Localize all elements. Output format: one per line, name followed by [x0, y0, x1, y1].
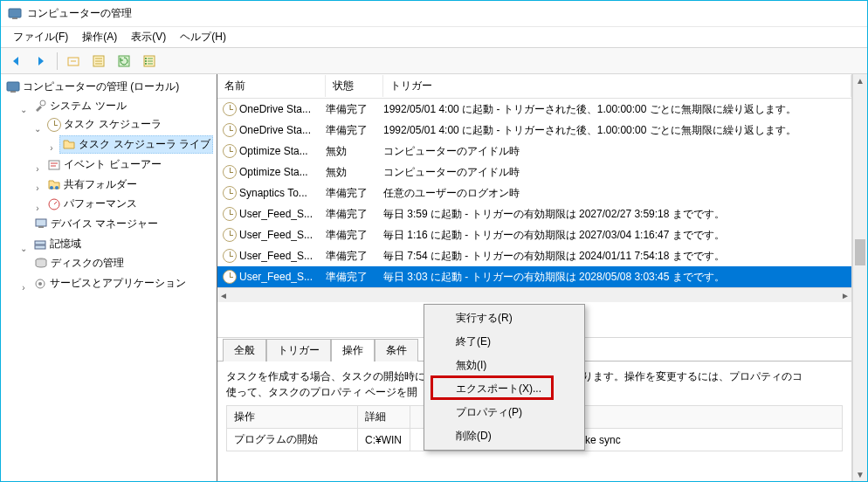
svg-rect-18 — [35, 241, 45, 244]
context-delete[interactable]: 削除(D) — [426, 424, 582, 448]
performance-icon — [47, 197, 61, 211]
actions-col-action[interactable]: 操作 — [227, 406, 358, 429]
menu-action[interactable]: 操作(A) — [75, 27, 124, 47]
task-trigger: コンピューターのアイドル時 — [383, 165, 851, 180]
task-row[interactable]: OneDrive Sta...準備完了1992/05/01 4:00 に起動 -… — [217, 99, 851, 120]
task-name: Optimize Sta... — [239, 145, 308, 157]
expander-icon[interactable]: › — [46, 143, 57, 153]
titlebar: コンピューターの管理 — [1, 1, 867, 27]
task-state: 準備完了 — [326, 207, 383, 222]
forward-button[interactable] — [30, 50, 52, 72]
context-properties[interactable]: プロパティ(P) — [426, 401, 582, 424]
task-row[interactable]: User_Feed_S...準備完了毎日 3:59 に起動 - トリガーの有効期… — [217, 203, 851, 224]
navigation-tree[interactable]: コンピューターの管理 (ローカル) ⌄ システム ツール ⌄ — [1, 74, 217, 481]
tree-services-apps[interactable]: サービスとアプリケーション — [31, 275, 188, 292]
expander-icon[interactable]: › — [32, 164, 43, 174]
clock-icon — [223, 102, 237, 116]
context-end[interactable]: 終了(E) — [426, 330, 582, 354]
tree-performance[interactable]: パフォーマンス — [45, 196, 139, 212]
tree-label: デバイス マネージャー — [51, 217, 158, 231]
event-icon — [47, 158, 61, 172]
scroll-right-icon[interactable]: ► — [841, 291, 850, 300]
menu-file[interactable]: ファイル(F) — [6, 27, 75, 47]
tree-storage[interactable]: 記憶域 — [31, 236, 83, 252]
action-detail: C:¥WIN — [358, 429, 410, 451]
tree-root[interactable]: コンピューターの管理 (ローカル) — [4, 79, 181, 95]
tab-general[interactable]: 全般 — [223, 339, 266, 362]
expander-icon[interactable]: ⌄ — [18, 105, 29, 114]
task-name: OneDrive Sta... — [239, 103, 311, 115]
actions-col-detail[interactable]: 詳細 — [358, 406, 410, 429]
expander-icon[interactable]: › — [32, 183, 43, 193]
scroll-left-icon[interactable]: ◄ — [219, 291, 228, 300]
task-name: User_Feed_S... — [239, 229, 313, 241]
tab-triggers[interactable]: トリガー — [266, 339, 331, 362]
task-name: OneDrive Sta... — [239, 124, 311, 136]
task-state: 準備完了 — [326, 270, 383, 285]
task-name: User_Feed_S... — [239, 271, 313, 283]
task-row[interactable]: User_Feed_S...準備完了毎日 7:54 に起動 - トリガーの有効期… — [217, 245, 851, 266]
task-trigger: 1992/05/01 4:00 に起動 - トリガーされた後、1.00:00:0… — [383, 102, 851, 117]
refresh-button[interactable] — [113, 50, 135, 72]
context-export[interactable]: エクスポート(X)... — [426, 377, 582, 401]
task-trigger: 毎日 3:59 に起動 - トリガーの有効期限は 2027/02/27 3:59… — [383, 207, 851, 222]
tree-event-viewer[interactable]: イベント ビューアー — [45, 156, 162, 173]
context-disable[interactable]: 無効(I) — [426, 354, 582, 377]
menubar: ファイル(F) 操作(A) 表示(V) ヘルプ(H) — [1, 27, 867, 48]
svg-rect-19 — [35, 245, 45, 249]
task-name: User_Feed_S... — [239, 208, 313, 220]
tree-label: ディスクの管理 — [51, 256, 124, 271]
up-button[interactable] — [62, 50, 85, 72]
task-row[interactable]: User_Feed_S...準備完了毎日 3:03 に起動 - トリガーの有効期… — [217, 266, 851, 287]
expander-icon[interactable]: › — [18, 283, 29, 293]
task-row[interactable]: Optimize Sta...無効コンピューターのアイドル時 — [217, 141, 851, 162]
tab-actions[interactable]: 操作 — [331, 339, 375, 362]
computer-icon — [6, 80, 20, 94]
clock-icon — [223, 186, 237, 200]
scroll-up-icon[interactable]: ▲ — [856, 76, 865, 86]
horizontal-scrollbar[interactable]: ◄ ► — [217, 287, 851, 302]
back-button[interactable] — [4, 50, 27, 72]
task-name: Optimize Sta... — [239, 166, 308, 178]
context-run[interactable]: 実行する(R) — [426, 306, 582, 330]
tree-scheduler-library[interactable]: タスク スケジューラ ライブ — [59, 135, 213, 154]
list-button[interactable] — [138, 50, 161, 72]
scroll-down-icon[interactable]: ▼ — [856, 470, 865, 479]
scroll-thumb[interactable] — [855, 239, 865, 265]
task-trigger: コンピューターのアイドル時 — [383, 144, 851, 159]
properties-button[interactable] — [87, 50, 110, 72]
tree-system-tools[interactable]: システム ツール — [31, 98, 127, 114]
expander-icon[interactable]: ⌄ — [32, 124, 43, 134]
task-grid[interactable]: 名前 状態 トリガー OneDrive Sta...準備完了1992/05/01… — [217, 74, 851, 338]
task-row[interactable]: User_Feed_S...準備完了毎日 1:16 に起動 - トリガーの有効期… — [217, 224, 851, 245]
task-name: User_Feed_S... — [239, 250, 313, 262]
task-row[interactable]: OneDrive Sta...準備完了1992/05/01 4:00 に起動 -… — [217, 120, 851, 141]
vertical-scrollbar[interactable]: ▲ ▼ — [852, 74, 867, 481]
tree-task-scheduler[interactable]: タスク スケジューラ — [45, 116, 162, 133]
header-name[interactable]: 名前 — [217, 75, 326, 97]
tree-device-manager[interactable]: デバイス マネージャー — [32, 216, 160, 232]
tree-shared-folders[interactable]: 共有フォルダー — [45, 176, 139, 193]
clock-icon — [223, 270, 237, 284]
expander-icon[interactable]: › — [32, 203, 43, 213]
tree-disk-management[interactable]: ディスクの管理 — [32, 255, 126, 272]
menu-view[interactable]: 表示(V) — [124, 27, 173, 47]
task-row[interactable]: Optimize Sta...無効コンピューターのアイドル時 — [217, 162, 851, 182]
task-name: Synaptics To... — [239, 187, 307, 199]
tree-label: タスク スケジューラ — [64, 117, 161, 132]
action-name: プログラムの開始 — [227, 429, 358, 451]
tree-label: 記憶域 — [50, 237, 81, 251]
toolbar — [1, 48, 867, 74]
clock-icon — [223, 228, 237, 242]
tree-label: 共有フォルダー — [64, 177, 137, 192]
header-state[interactable]: 状態 — [326, 75, 383, 97]
menu-help[interactable]: ヘルプ(H) — [173, 27, 233, 47]
expander-icon[interactable]: ⌄ — [18, 244, 29, 253]
header-trigger[interactable]: トリガー — [383, 75, 851, 97]
svg-rect-10 — [10, 91, 16, 93]
task-state: 準備完了 — [326, 228, 383, 243]
task-row[interactable]: Synaptics To...準備完了任意のユーザーのログオン時 — [217, 182, 851, 203]
clock-icon — [47, 118, 61, 132]
tab-conditions[interactable]: 条件 — [375, 339, 418, 362]
task-state: 準備完了 — [326, 102, 383, 117]
